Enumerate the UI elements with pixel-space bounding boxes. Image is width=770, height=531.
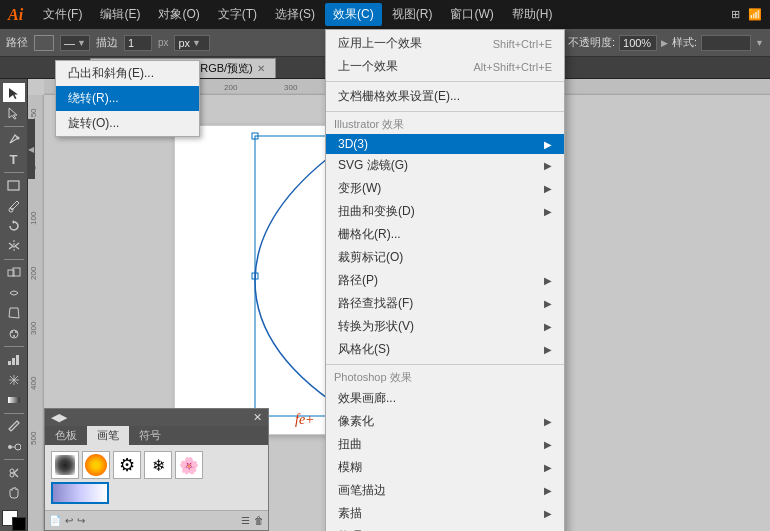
svg-rect-1 — [8, 181, 19, 190]
effect-texture[interactable]: 纹理 ▶ — [326, 525, 564, 531]
effect-document-raster[interactable]: 文档栅格效果设置(E)... — [326, 85, 564, 108]
selection-tool[interactable] — [3, 83, 25, 102]
svg-text:300: 300 — [284, 83, 298, 92]
effect-svg-label: SVG 滤镜(G) — [338, 157, 408, 174]
stroke-color-swatch[interactable] — [34, 35, 54, 51]
effect-pathfinder-label: 路径查找器(F) — [338, 295, 413, 312]
stroke-label: 描边 — [96, 35, 118, 50]
stroke-unit-dropdown[interactable]: px ▼ — [174, 35, 210, 51]
effect-3d[interactable]: 3D(3) ▶ — [326, 134, 564, 154]
swatch-3[interactable]: ⚙ — [113, 451, 141, 479]
stroke-width-input[interactable]: 1 — [124, 35, 152, 51]
gradient-tool[interactable] — [3, 391, 25, 410]
panel-bottom-bar: 📄 ↩ ↪ ☰ 🗑 — [45, 510, 268, 530]
effect-stylize-ai-arrow: ▶ — [544, 344, 552, 355]
photoshop-section-label: Photoshop 效果 — [326, 368, 564, 387]
svg-point-14 — [8, 445, 12, 449]
opacity-input[interactable] — [619, 35, 657, 51]
effect-svg-filter[interactable]: SVG 滤镜(G) ▶ — [326, 154, 564, 177]
symbol-sprayer-tool[interactable] — [3, 324, 25, 343]
stroke-unit: px — [158, 37, 169, 48]
menu-help[interactable]: 帮助(H) — [504, 3, 561, 26]
stroke-style-dropdown[interactable]: — ▼ — [60, 35, 90, 51]
mesh-tool[interactable] — [3, 370, 25, 389]
rotate-tool[interactable] — [3, 217, 25, 236]
effect-warp[interactable]: 变形(W) ▶ — [326, 177, 564, 200]
free-transform-tool[interactable] — [3, 304, 25, 323]
effect-crop-marks[interactable]: 裁剪标记(O) — [326, 246, 564, 269]
hand-tool[interactable] — [3, 484, 25, 503]
panel-redo-icon[interactable]: ↪ — [77, 515, 85, 526]
blend-tool[interactable] — [3, 437, 25, 456]
effect-sketch[interactable]: 素描 ▶ — [326, 502, 564, 525]
effect-apply-last-label: 应用上一个效果 — [338, 35, 422, 52]
swatch-4[interactable]: ❄ — [144, 451, 172, 479]
svg-point-16 — [10, 469, 14, 473]
pen-tool[interactable] — [3, 129, 25, 148]
effect-distort[interactable]: 扭曲和变换(D) ▶ — [326, 200, 564, 223]
opacity-area: 不透明度: ▶ 样式: ▼ — [568, 35, 764, 51]
effect-distort-ps[interactable]: 扭曲 ▶ — [326, 433, 564, 456]
svg-text:400: 400 — [29, 376, 38, 390]
panel-delete-icon[interactable]: 🗑 — [254, 515, 264, 526]
menu-effect[interactable]: 效果(C) — [325, 3, 382, 26]
color-boxes — [2, 510, 26, 531]
workspace-icon[interactable]: ⊞ — [731, 8, 740, 21]
effect-pixelate[interactable]: 像素化 ▶ — [326, 410, 564, 433]
tab-color-swatches[interactable]: 色板 — [45, 426, 87, 445]
swatch-2[interactable] — [82, 451, 110, 479]
panel-tabs: 色板 画笔 符号 — [45, 426, 268, 445]
effect-brush-strokes[interactable]: 画笔描边 ▶ — [326, 479, 564, 502]
effect-blur[interactable]: 模糊 ▶ — [326, 456, 564, 479]
scale-tool[interactable] — [3, 263, 25, 282]
tab-brushes[interactable]: 画笔 — [87, 426, 129, 445]
toolbar-expand-handle[interactable]: ◀ — [27, 119, 35, 179]
direct-selection-tool[interactable] — [3, 103, 25, 122]
menu-object[interactable]: 对象(O) — [150, 3, 207, 26]
submenu-3d-rotate[interactable]: 旋转(O)... — [56, 111, 199, 136]
menu-select[interactable]: 选择(S) — [267, 3, 323, 26]
selected-swatch[interactable] — [51, 482, 109, 504]
swatch-5[interactable]: 🌸 — [175, 451, 203, 479]
panel-undo-icon[interactable]: ↩ — [65, 515, 73, 526]
background-color[interactable] — [12, 517, 26, 531]
style-dropdown[interactable] — [701, 35, 751, 51]
stroke-dropdown-arrow: ▼ — [77, 38, 86, 48]
menu-view[interactable]: 视图(R) — [384, 3, 441, 26]
eyedropper-tool[interactable] — [3, 417, 25, 436]
menu-divider-3 — [326, 364, 564, 365]
effect-stylize-ai[interactable]: 风格化(S) ▶ — [326, 338, 564, 361]
opacity-arrow: ▶ — [661, 38, 668, 48]
panel-menu-icon[interactable]: ☰ — [241, 515, 250, 526]
menu-file[interactable]: 文件(F) — [35, 3, 90, 26]
effect-apply-last[interactable]: 应用上一个效果 Shift+Ctrl+E — [326, 32, 564, 55]
stroke-unit-value: px — [178, 37, 190, 49]
effect-pathfinder[interactable]: 路径查找器(F) ▶ — [326, 292, 564, 315]
panel-collapse-icon[interactable]: ◀▶ — [51, 411, 67, 424]
toolbar-separator-5 — [4, 413, 24, 414]
rectangle-tool[interactable] — [3, 176, 25, 195]
panel-new-icon[interactable]: 📄 — [49, 515, 61, 526]
effect-pixelate-label: 像素化 — [338, 413, 374, 430]
tab-symbols[interactable]: 符号 — [129, 426, 171, 445]
scissors-tool[interactable] — [3, 463, 25, 482]
effect-path[interactable]: 路径(P) ▶ — [326, 269, 564, 292]
tab-close-button[interactable]: ✕ — [257, 63, 265, 74]
paintbrush-tool[interactable] — [3, 196, 25, 215]
submenu-3d-revolve[interactable]: 绕转(R)... — [56, 86, 199, 111]
type-tool[interactable]: T — [3, 150, 25, 169]
warp-tool[interactable] — [3, 283, 25, 302]
menu-window[interactable]: 窗口(W) — [442, 3, 501, 26]
submenu-3d-extrude[interactable]: 凸出和斜角(E)... — [56, 61, 199, 86]
graph-tool[interactable] — [3, 350, 25, 369]
effect-rasterize[interactable]: 栅格化(R)... — [326, 223, 564, 246]
menu-edit[interactable]: 编辑(E) — [92, 3, 148, 26]
effect-convert-shape[interactable]: 转换为形状(V) ▶ — [326, 315, 564, 338]
effect-last-effect[interactable]: 上一个效果 Alt+Shift+Ctrl+E — [326, 55, 564, 78]
reflect-tool[interactable] — [3, 237, 25, 256]
menu-text[interactable]: 文字(T) — [210, 3, 265, 26]
panel-close-icon[interactable]: ✕ — [253, 411, 262, 424]
menu-divider-1 — [326, 81, 564, 82]
swatch-1[interactable] — [51, 451, 79, 479]
effect-gallery[interactable]: 效果画廊... — [326, 387, 564, 410]
